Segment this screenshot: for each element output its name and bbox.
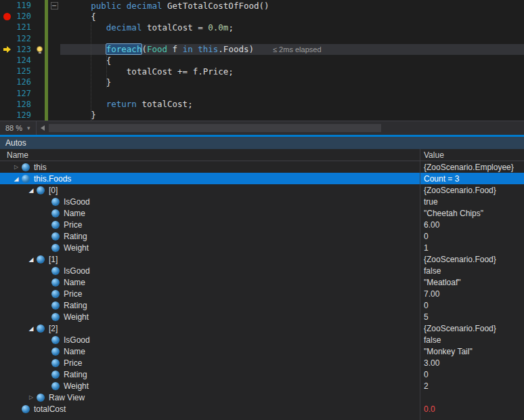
variable-name-cell[interactable]: Weight xyxy=(0,381,420,391)
glyph-margin[interactable] xyxy=(0,44,14,55)
variable-value[interactable]: 5 xyxy=(420,312,524,322)
code-line[interactable]: 119– public decimal GetTotalCostOfFood() xyxy=(0,0,524,11)
variable-name-cell[interactable]: IsGood xyxy=(0,335,420,345)
variable-row[interactable]: IsGoodtrue xyxy=(0,196,524,207)
variable-name-cell[interactable]: Name xyxy=(0,278,420,287)
variable-value[interactable]: false xyxy=(420,335,524,345)
code-text[interactable]: { xyxy=(60,11,524,22)
code-line[interactable]: 127 xyxy=(0,88,524,99)
glyph-margin[interactable] xyxy=(0,99,14,110)
variable-row[interactable]: Rating0 xyxy=(0,369,524,380)
code-text[interactable]: totalCost += f.Price; xyxy=(60,66,524,77)
variable-name-cell[interactable]: ▷Raw View xyxy=(0,393,420,402)
variable-row[interactable]: ◢this.FoodsCount = 3 xyxy=(0,173,524,184)
variable-value[interactable]: {ZooScenario.Food} xyxy=(420,255,524,264)
collapse-region-button[interactable]: – xyxy=(51,2,58,9)
expand-arrow-icon[interactable]: ▷ xyxy=(26,394,37,400)
variable-value[interactable]: "Meatloaf" xyxy=(420,278,524,287)
code-text[interactable]: { xyxy=(60,55,524,66)
glyph-margin[interactable] xyxy=(0,11,14,22)
code-line[interactable]: 121 decimal totalCost = 0.0m; xyxy=(0,22,524,33)
glyph-margin[interactable] xyxy=(0,22,14,33)
glyph-margin[interactable] xyxy=(0,110,14,121)
variable-row[interactable]: ▷Raw View xyxy=(0,392,524,403)
variable-value[interactable]: 0.0 xyxy=(420,404,524,414)
code-line[interactable]: 124 { xyxy=(0,55,524,66)
variable-row[interactable]: Name"Monkey Tail" xyxy=(0,345,524,357)
variable-row[interactable]: ◢[1]{ZooScenario.Food} xyxy=(0,253,524,265)
code-text[interactable]: decimal totalCost = 0.0m; xyxy=(60,22,524,33)
variable-name-cell[interactable]: ◢[1] xyxy=(0,255,420,264)
code-text[interactable]: foreach(Food f in this.Foods)≤ 2ms elaps… xyxy=(60,44,524,55)
perf-tip[interactable]: ≤ 2ms elapsed xyxy=(273,45,321,54)
variable-name-cell[interactable]: Rating xyxy=(0,370,420,379)
variable-value[interactable]: 6.00 xyxy=(420,220,524,230)
code-text[interactable]: } xyxy=(60,77,524,87)
code-line[interactable]: 129 } xyxy=(0,110,524,121)
glyph-margin[interactable] xyxy=(0,0,14,11)
variable-name-cell[interactable]: Price xyxy=(0,289,420,299)
scroll-left-button[interactable] xyxy=(37,121,49,135)
variable-row[interactable]: Weight1 xyxy=(0,242,524,253)
collapse-arrow-icon[interactable]: ◢ xyxy=(26,187,37,194)
glyph-margin[interactable] xyxy=(0,77,14,87)
variable-row[interactable]: IsGoodfalse xyxy=(0,334,524,345)
variable-row[interactable]: Name"Meatloaf" xyxy=(0,276,524,288)
code-text[interactable] xyxy=(60,33,524,44)
variable-row[interactable]: Price7.00 xyxy=(0,288,524,299)
highlighted-word[interactable]: foreach xyxy=(106,44,142,54)
variable-value[interactable]: 0 xyxy=(420,370,524,379)
horizontal-scrollbar[interactable] xyxy=(49,121,524,135)
variable-name-cell[interactable]: Weight xyxy=(0,312,420,322)
variable-row[interactable]: Rating0 xyxy=(0,230,524,242)
variable-name-cell[interactable]: Name xyxy=(0,209,420,218)
variable-row[interactable]: Rating0 xyxy=(0,299,524,311)
variable-name-cell[interactable]: Price xyxy=(0,358,420,368)
variable-name-cell[interactable]: Rating xyxy=(0,232,420,241)
column-header-name[interactable]: Name xyxy=(0,150,420,160)
variable-row[interactable]: Price6.00 xyxy=(0,219,524,230)
code-line[interactable]: 123 foreach(Food f in this.Foods)≤ 2ms e… xyxy=(0,44,524,55)
variable-row[interactable]: ◢[2]{ZooScenario.Food} xyxy=(0,322,524,334)
code-text[interactable]: return totalCost; xyxy=(60,99,524,110)
code-line[interactable]: 122 xyxy=(0,33,524,44)
code-line[interactable]: 120 { xyxy=(0,11,524,22)
variable-value[interactable]: 0 xyxy=(420,301,524,310)
glyph-margin[interactable] xyxy=(0,55,14,66)
variable-row[interactable]: Name"Cheetah Chips" xyxy=(0,207,524,219)
variable-name-cell[interactable]: ◢[2] xyxy=(0,324,420,333)
collapse-arrow-icon[interactable]: ◢ xyxy=(26,325,37,332)
code-line[interactable]: 128 return totalCost; xyxy=(0,99,524,110)
variable-value[interactable]: Count = 3 xyxy=(420,174,524,184)
autos-window-title[interactable]: Autos xyxy=(0,137,524,149)
variable-name-cell[interactable]: Rating xyxy=(0,301,420,310)
code-line[interactable]: 125 totalCost += f.Price; xyxy=(0,66,524,77)
variable-value[interactable]: {ZooScenario.Employee} xyxy=(420,163,524,172)
code-text[interactable] xyxy=(60,88,524,99)
glyph-margin[interactable] xyxy=(0,88,14,99)
variable-name-cell[interactable]: totalCost xyxy=(0,404,420,414)
variable-value[interactable]: {ZooScenario.Food} xyxy=(420,186,524,195)
variable-name-cell[interactable]: IsGood xyxy=(0,197,420,207)
variable-row[interactable]: IsGoodfalse xyxy=(0,265,524,276)
expand-arrow-icon[interactable]: ▷ xyxy=(11,164,22,170)
scrollbar-thumb[interactable] xyxy=(49,124,382,132)
variable-row[interactable]: Weight2 xyxy=(0,380,524,392)
variable-name-cell[interactable]: ▷this xyxy=(0,163,420,172)
variable-name-cell[interactable]: Price xyxy=(0,220,420,230)
variable-row[interactable]: ▷this{ZooScenario.Employee} xyxy=(0,161,524,173)
variable-value[interactable]: false xyxy=(420,266,524,276)
variable-value[interactable]: 3.00 xyxy=(420,358,524,368)
variable-value[interactable]: "Monkey Tail" xyxy=(420,347,524,356)
variable-row[interactable]: totalCost0.0 xyxy=(0,403,524,415)
collapse-arrow-icon[interactable]: ◢ xyxy=(26,256,37,263)
code-line[interactable]: 126 } xyxy=(0,77,524,87)
glyph-margin[interactable] xyxy=(0,33,14,44)
code-text[interactable]: public decimal GetTotalCostOfFood() xyxy=(60,0,524,11)
variable-name-cell[interactable]: ◢[0] xyxy=(0,186,420,195)
variable-value[interactable]: {ZooScenario.Food} xyxy=(420,324,524,333)
zoom-control[interactable]: 88 % ▾ xyxy=(0,121,37,135)
variable-value[interactable]: 7.00 xyxy=(420,289,524,299)
variable-value[interactable]: 0 xyxy=(420,232,524,241)
glyph-margin[interactable] xyxy=(0,66,14,77)
